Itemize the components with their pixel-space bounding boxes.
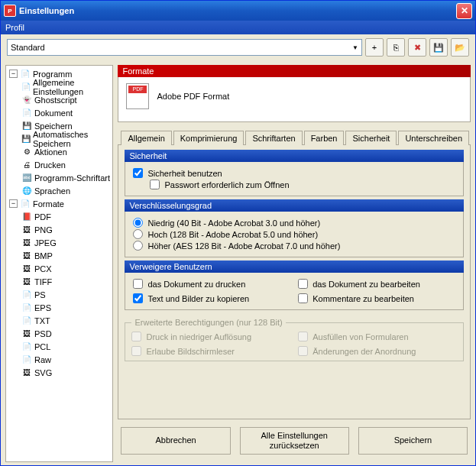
collapse-icon[interactable]: − xyxy=(9,199,18,208)
encryption-radio-1[interactable] xyxy=(133,229,143,239)
format-icon: 💾 xyxy=(21,134,31,144)
format-icon: 📄 xyxy=(21,354,32,365)
tree-item-svg[interactable]: 🖼SVG xyxy=(8,366,111,379)
encryption-label-1: Hoch (128 Bit - Adobe Acrobat 5.0 und hö… xyxy=(147,230,318,239)
format-icon: 🌐 xyxy=(21,186,32,196)
format-header: Formate xyxy=(118,65,471,77)
sidebar-tree[interactable]: −📄Programm📄Allgemeine Einstellungen👻Ghos… xyxy=(5,65,113,462)
add-profile-button[interactable]: + xyxy=(365,38,384,57)
encryption-radio-2[interactable] xyxy=(133,241,143,251)
deny-label-1: das Dokument zu bearbeiten xyxy=(312,280,420,289)
tree-item-sprachen[interactable]: 🌐Sprachen xyxy=(8,184,111,197)
copy-icon: ⎘ xyxy=(393,43,399,52)
chevron-down-icon: ▼ xyxy=(352,44,358,51)
tree-item-pcl[interactable]: 📄PCL xyxy=(8,340,111,353)
tree-item-ps[interactable]: 📄PS xyxy=(8,288,111,301)
format-icon: 💾 xyxy=(21,121,32,131)
format-icon: 📕 xyxy=(21,212,32,222)
format-icon: 🔤 xyxy=(21,173,32,183)
tree-item-raw[interactable]: 📄Raw xyxy=(8,353,111,366)
reset-button[interactable]: Alle Einstellungen zurücksetzen xyxy=(240,427,349,455)
encryption-radio-0[interactable] xyxy=(133,218,143,228)
deny-check-0[interactable] xyxy=(133,279,143,289)
format-icon: 📄 xyxy=(21,108,32,118)
format-icon: 🖼 xyxy=(21,225,32,235)
pwd-open-label: Passwort erforderlich zum Öffnen xyxy=(164,180,289,189)
tree-item-programm-schriftart[interactable]: 🔤Programm-Schriftart xyxy=(8,171,111,184)
ext-check-0 xyxy=(131,332,141,341)
tab-farben[interactable]: Farben xyxy=(304,131,345,145)
tree-item-automatisches-speichern[interactable]: 💾Automatisches Speichern xyxy=(8,132,111,145)
tree-item-jpeg[interactable]: 🖼JPEG xyxy=(8,236,111,249)
ext-label-3: Änderungen der Anordnung xyxy=(312,347,416,356)
format-icon: 🖨 xyxy=(21,160,32,170)
tab-unterschreiben[interactable]: Unterschreiben xyxy=(398,131,469,145)
encryption-label-2: Höher (AES 128 Bit - Adobe Acrobat 7.0 u… xyxy=(147,241,340,251)
cancel-button[interactable]: Abbrechen xyxy=(121,427,230,455)
format-icon: 📄 xyxy=(21,316,32,326)
document-icon: 📄 xyxy=(20,199,31,209)
pdf-thumb-icon xyxy=(126,83,149,109)
format-icon: 🖼 xyxy=(21,264,32,274)
tree-item-drucken[interactable]: 🖨Drucken xyxy=(8,158,111,171)
format-title: Adobe PDF Format xyxy=(157,92,229,101)
ext-check-1 xyxy=(298,332,308,341)
save-button[interactable]: Speichern xyxy=(358,427,468,455)
tab-sicherheit[interactable]: Sicherheit xyxy=(345,131,397,145)
deny-label-2: Text und Bilder zu kopieren xyxy=(147,294,249,303)
profile-select[interactable]: Standard ▼ xyxy=(7,39,362,56)
ext-label-0: Druck in niedriger Auflösung xyxy=(146,332,251,341)
format-icon: 🖼 xyxy=(21,367,32,378)
ext-label-1: Ausfüllen von Formularen xyxy=(312,332,408,341)
format-icon: 🖼 xyxy=(21,238,32,248)
deny-check-1[interactable] xyxy=(298,279,308,289)
delete-icon: ✖ xyxy=(414,43,421,53)
use-security-checkbox[interactable] xyxy=(133,168,143,178)
tab-komprimierung[interactable]: Komprimierung xyxy=(173,131,244,145)
deny-check-3[interactable] xyxy=(298,293,308,303)
folder-icon: 📂 xyxy=(455,43,465,53)
tree-item-eps[interactable]: 📄EPS xyxy=(8,301,111,314)
tab-schriftarten[interactable]: Schriftarten xyxy=(245,131,302,145)
tree-item-txt[interactable]: 📄TXT xyxy=(8,314,111,327)
profile-selected: Standard xyxy=(11,43,45,52)
deny-label-3: Kommentare zu bearbeiten xyxy=(312,294,414,303)
ext-label-2: Erlaube Bildschirmleser xyxy=(146,347,235,356)
format-icon: 📄 xyxy=(21,341,32,352)
collapse-icon[interactable]: − xyxy=(9,70,18,78)
tree-item-bmp[interactable]: 🖼BMP xyxy=(8,249,111,262)
format-icon: 👻 xyxy=(21,95,32,105)
deny-check-2[interactable] xyxy=(133,293,143,303)
ext-check-2 xyxy=(131,346,141,356)
tree-item-pcx[interactable]: 🖼PCX xyxy=(8,262,111,275)
tab-allgemein[interactable]: Allgemein xyxy=(121,131,171,145)
tree-group-formate[interactable]: −📄Formate xyxy=(8,197,111,210)
format-icon: 🖼 xyxy=(21,251,32,261)
app-icon: P xyxy=(4,5,16,17)
section-extended-title: Erweiterte Berechtigungen (nur 128 Bit) xyxy=(131,318,285,327)
open-profile-button[interactable]: 📂 xyxy=(451,38,469,57)
tree-item-pdf[interactable]: 📕PDF xyxy=(8,210,111,223)
tree-item-tiff[interactable]: 🖼TIFF xyxy=(8,275,111,288)
profile-label: Profil xyxy=(1,21,475,34)
deny-label-0: das Dokument zu drucken xyxy=(147,280,245,289)
tree-item-dokument[interactable]: 📄Dokument xyxy=(8,106,111,119)
delete-profile-button[interactable]: ✖ xyxy=(408,38,426,57)
copy-profile-button[interactable]: ⎘ xyxy=(387,38,405,57)
section-deny-title: Verweigere Benutzern xyxy=(125,261,464,273)
plus-icon: + xyxy=(372,43,377,52)
encryption-label-0: Niedrig (40 Bit - Adobe Acrobat 3.0 und … xyxy=(147,218,320,228)
tree-item-png[interactable]: 🖼PNG xyxy=(8,223,111,236)
format-icon: 🖼 xyxy=(21,277,32,287)
tree-item-psd[interactable]: 🖼PSD xyxy=(8,327,111,340)
tree-item-allgemeine-einstellungen[interactable]: 📄Allgemeine Einstellungen xyxy=(8,80,111,93)
document-icon: 📄 xyxy=(20,69,31,79)
format-icon: ⚙ xyxy=(21,147,32,157)
save-icon: 💾 xyxy=(433,43,444,53)
format-icon: 📄 xyxy=(21,82,31,92)
use-security-label: Sicherheit benutzen xyxy=(147,169,222,178)
save-profile-button[interactable]: 💾 xyxy=(429,38,448,57)
pwd-open-checkbox[interactable] xyxy=(150,180,160,189)
format-icon: 🖼 xyxy=(21,328,32,339)
close-icon[interactable]: ✕ xyxy=(456,3,472,19)
